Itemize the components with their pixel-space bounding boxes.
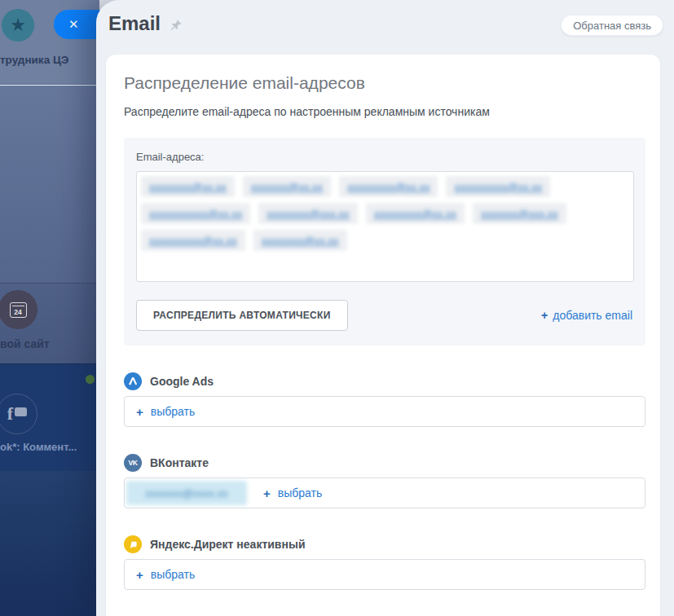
background-page-strip: ★ ✕ трудника ЦЭ 24 вой сайт f ok*: Комме…: [0, 0, 99, 616]
email-chip-text: xxxxxxxxxx@xx.xx: [454, 181, 542, 193]
vkontakte-select-box[interactable]: xxxxxxx@xxxx.xx + выбрать: [124, 477, 645, 508]
card-subtitle: Распределите email-адреса по настроенным…: [124, 105, 645, 118]
add-email-label: добавить email: [553, 309, 632, 322]
plus-icon: +: [136, 568, 143, 582]
plus-icon: +: [263, 486, 271, 500]
email-chip-text: xxxxxxx@xxx.xx: [481, 208, 558, 220]
source-name: ВКонтакте: [150, 456, 209, 469]
email-chip-text: xxxxxxxx@xx.xx: [149, 181, 227, 193]
calendar-widget-button[interactable]: 24: [0, 290, 37, 329]
email-chip-text: xxxxxxxxx@xx.xx: [374, 208, 456, 220]
email-chip-text: xxxxxxxxxx@xx.xx: [149, 235, 237, 247]
email-chip[interactable]: xxxxxxxx@xx.xx: [141, 176, 235, 197]
email-chip[interactable]: xxxxxxxxxx@xx.xx: [446, 176, 550, 197]
source-vkontakte-header: VK ВКонтакте: [124, 454, 645, 472]
select-label: выбрать: [278, 486, 323, 499]
email-chip[interactable]: xxxxxxx@xx.xx: [243, 176, 331, 197]
actions-row: РАСПРЕДЕЛИТЬ АВТОМАТИЧЕСКИ + добавить em…: [136, 300, 634, 331]
distribution-card: Распределение email-адресов Распределите…: [106, 55, 660, 616]
yandex-direct-select-box[interactable]: + выбрать: [124, 559, 645, 590]
select-label: выбрать: [151, 405, 196, 418]
feedback-button[interactable]: Обратная связь: [561, 15, 663, 36]
email-chip[interactable]: xxxxxxxxx@xx.xx: [339, 176, 438, 197]
google-ads-select-box[interactable]: + выбрать: [124, 396, 645, 427]
email-chip[interactable]: xxxxxxxxx@xx.xx: [366, 203, 465, 224]
email-chip-text: xxxxxxxx@xx.xx: [262, 235, 339, 247]
star-avatar[interactable]: ★: [2, 9, 34, 42]
source-yandex-direct-header: Яндекс.Директ неактивный: [124, 535, 645, 553]
email-chip[interactable]: xxxxxxx@xxx.xx: [473, 203, 566, 224]
background-widget-tile: [0, 86, 99, 283]
email-chip-text: xxxxxxxxx@xx.xx: [347, 181, 430, 193]
calendar-icon: 24: [10, 302, 27, 318]
comment-bubble-icon: [15, 407, 27, 416]
card-title: Распределение email-адресов: [124, 73, 645, 93]
plus-icon: +: [136, 405, 143, 419]
selected-email-chip[interactable]: xxxxxxx@xxxx.xx: [126, 481, 247, 505]
email-chip[interactable]: xxxxxxxx@xxx.xx: [258, 203, 357, 224]
page-title: Email: [108, 12, 183, 35]
facebook-icon: f: [7, 403, 13, 425]
feedback-button-label: Обратная связь: [573, 20, 651, 32]
close-icon: ✕: [68, 17, 79, 32]
background-contact-label: трудника ЦЭ: [0, 54, 81, 66]
pin-icon[interactable]: [169, 19, 183, 33]
email-chip-text: xxxxxxx@xx.xx: [251, 181, 323, 193]
source-name: Яндекс.Директ неактивный: [150, 538, 305, 551]
google-ads-icon: [124, 372, 142, 390]
yandex-direct-icon: [124, 535, 142, 553]
select-label: выбрать: [151, 568, 196, 581]
selected-email-text: xxxxxxx@xxxx.xx: [145, 487, 227, 499]
plus-icon: +: [541, 309, 548, 322]
google-ads-select-link[interactable]: + выбрать: [136, 405, 195, 419]
vk-icon: VK: [124, 454, 142, 472]
source-google-ads-header: Google Ads: [124, 372, 645, 390]
emails-section: Email-адреса: xxxxxxxx@xx.xxxxxxxxx@xx.x…: [124, 138, 645, 345]
star-icon: ★: [10, 16, 26, 34]
emails-label: Email-адреса:: [136, 151, 634, 163]
add-email-link[interactable]: + добавить email: [541, 309, 632, 322]
email-chip[interactable]: xxxxxxxxxxx@xx.xx: [141, 203, 250, 224]
yandex-direct-select-link[interactable]: + выбрать: [136, 568, 195, 582]
source-vkontakte: VK ВКонтакте xxxxxxx@xxxx.xx + выбрать: [124, 454, 645, 508]
source-yandex-direct: Яндекс.Директ неактивный + выбрать: [124, 535, 645, 590]
status-dot: [86, 375, 95, 384]
background-facebook-label: ok*: Коммент...: [0, 441, 77, 453]
email-panel: Email Обратная связь Распределение email…: [96, 0, 674, 616]
page-title-text: Email: [108, 12, 161, 35]
calendar-day-label: 24: [14, 308, 21, 317]
email-chip-text: xxxxxxxxxxx@xx.xx: [149, 208, 242, 220]
email-chip[interactable]: xxxxxxxxxx@xx.xx: [141, 230, 245, 251]
distribute-automatically-button[interactable]: РАСПРЕДЕЛИТЬ АВТОМАТИЧЕСКИ: [136, 300, 348, 331]
vkontakte-select-link[interactable]: + выбрать: [263, 486, 322, 500]
background-bottom-tile: [0, 471, 99, 616]
source-name: Google Ads: [150, 375, 214, 388]
email-chips[interactable]: xxxxxxxx@xx.xxxxxxxxx@xx.xxxxxxxxxxx@xx.…: [136, 171, 634, 282]
source-google-ads: Google Ads + выбрать: [124, 372, 645, 427]
background-site-label: вой сайт: [0, 337, 50, 350]
email-chip[interactable]: xxxxxxxx@xx.xx: [253, 230, 347, 251]
email-chip-text: xxxxxxxx@xxx.xx: [267, 208, 349, 220]
